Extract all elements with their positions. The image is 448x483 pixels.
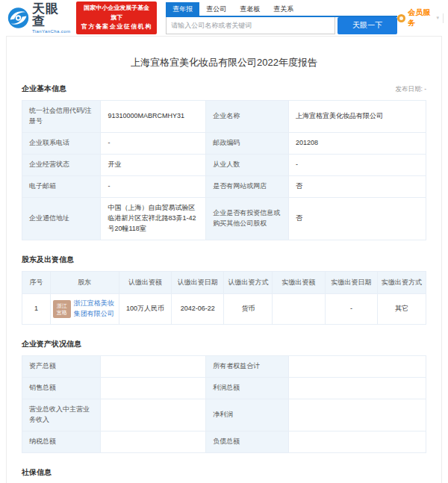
shareholder-link[interactable]: 浙江宜格美妆集团有限公司 [74,299,116,320]
column-header: 实缴出资方式 [378,271,426,294]
badge-line1: 国家中小企业发展子基金旗下 [81,4,152,22]
subscribed-method: 货币 [224,294,273,325]
field-label: 企业是否有投资信息或购买其他公司股权 [206,197,289,240]
shareholder-cell: 浙江 宜格 浙江宜格美妆集团有限公司 [50,294,119,325]
field-label: 是否有网站或网店 [206,175,289,197]
logo-brand: 天眼查 [32,2,71,28]
field-label: 纳税总额 [22,431,101,453]
paid-date: - [325,294,377,325]
table-row: 1 浙江 宜格 浙江宜格美妆集团有限公司 100万人民币 2042-06-22 … [22,294,426,325]
subscribed-date: 2042-06-22 [172,294,224,325]
table-row: 纳税总额 负债总额 [22,431,426,453]
header-divider [443,13,444,23]
column-header: 股东 [50,271,119,294]
field-label: 电子邮箱 [22,175,101,197]
annual-report-card: 上海宜格宜美化妆品有限公司2022年度报告 企业基本信息 发布日期: - 统一社… [6,36,442,483]
row-number: 1 [22,294,51,325]
certification-badge: 国家中小企业发展子基金旗下 官方备案企业征信机构 [76,1,157,34]
field-label: 所有者权益合计 [206,356,289,378]
tianyancha-logo[interactable]: 天眼查 TianYanCha.com [7,2,71,34]
field-value: - [289,154,426,175]
field-value [101,356,206,378]
logo-domain: TianYanCha.com [32,29,71,34]
field-label: 资产总额 [22,356,101,378]
table-row: 企业通信地址 中国（上海）自由贸易试验区临港新片区宏祥北路83弄1-42号20幢… [22,197,426,240]
table-row: 营业总收入中主营业务收入 净利润 [22,399,426,431]
field-label: 企业经营状态 [22,154,101,175]
table-row: 资产总额 所有者权益合计 [22,356,426,378]
tab-relation[interactable]: 查关系 [267,2,300,16]
shareholders-table: 序号 股东 认缴出资额 认缴出资日期 认缴出资方式 实缴出资额 实缴出资日期 实… [22,271,426,325]
field-value: 中国（上海）自由贸易试验区临港新片区宏祥北路83弄1-42号20幢118室 [101,197,206,240]
field-label: 企业名称 [206,101,289,133]
field-value: 91310000MABRCMHY31 [101,101,206,133]
column-header: 序号 [22,271,51,294]
field-label: 邮政编码 [206,132,289,154]
publish-date: 发布日期: - [395,85,426,94]
search-button[interactable]: 天眼一下 [337,17,397,34]
table-row: 电子邮箱 - 是否有网站或网店 否 [22,175,426,197]
field-value [289,399,426,431]
caret-down-icon: ▾ [437,15,440,21]
field-value [101,399,206,431]
site-header: 天眼查 TianYanCha.com 国家中小企业发展子基金旗下 官方备案企业征… [0,0,448,36]
table-header-row: 序号 股东 认缴出资额 认缴出资日期 认缴出资方式 实缴出资额 实缴出资日期 实… [22,271,426,294]
subscribed-amount: 100万人民币 [119,294,171,325]
tab-boss[interactable]: 查老板 [233,2,267,16]
field-label: 企业联系电话 [22,132,101,154]
search-tabs: 查年报 查公司 查老板 查关系 [166,2,397,17]
field-value [289,378,426,399]
search-input[interactable] [166,17,335,34]
vip-service[interactable]: 会员服务 ▾ [397,7,443,28]
section-title-basic-info: 企业基本信息 [22,84,66,94]
column-header: 认缴出资日期 [172,271,224,294]
field-value: 开业 [101,154,206,175]
badge-line2: 官方备案企业征信机构 [81,22,152,31]
table-row: 企业经营状态 开业 从业人数 - [22,154,426,175]
field-label: 利润总额 [206,378,289,399]
assets-table: 资产总额 所有者权益合计 销售总额 利润总额 营业总收入中主营业务收入 净利润 … [22,355,426,453]
vip-medal-icon [397,14,405,22]
tab-annual-report[interactable]: 查年报 [166,2,199,16]
field-value [101,378,206,399]
vip-label: 会员服务 [408,7,434,28]
field-value [289,431,426,453]
field-label: 营业总收入中主营业务收入 [22,399,101,431]
table-row: 销售总额 利润总额 [22,378,426,399]
section-title-assets: 企业资产状况信息 [22,339,81,349]
search-block: 查年报 查公司 查老板 查关系 天眼一下 [166,2,397,34]
column-header: 实缴出资额 [273,271,325,294]
basic-info-table: 统一社会信用代码/注册号 91310000MABRCMHY31 企业名称 上海宜… [22,100,426,240]
search-row: 天眼一下 [166,17,397,34]
field-label: 企业通信地址 [22,197,101,240]
field-label: 销售总额 [22,378,101,399]
shareholder-avatar: 浙江 宜格 [53,300,71,318]
field-value: 否 [289,197,426,240]
tianyancha-eye-icon [7,7,29,29]
field-value: 上海宜格宜美化妆品有限公司 [289,101,426,133]
field-value: - [101,175,206,197]
field-label: 从业人数 [206,154,289,175]
field-value: 否 [289,175,426,197]
field-value [101,431,206,453]
field-label: 负债总额 [206,431,289,453]
column-header: 认缴出资额 [119,271,171,294]
table-row: 企业联系电话 - 邮政编码 201208 [22,132,426,154]
table-row: 统一社会信用代码/注册号 91310000MABRCMHY31 企业名称 上海宜… [22,101,426,133]
page-title: 上海宜格宜美化妆品有限公司2022年度报告 [22,56,426,69]
column-header: 实缴出资日期 [325,271,377,294]
paid-method: 其它 [378,294,426,325]
field-value: - [101,132,206,154]
field-value: 201208 [289,132,426,154]
paid-amount [273,294,325,325]
section-title-social-security: 社保信息 [22,467,52,478]
field-label: 净利润 [206,399,289,431]
column-header: 认缴出资方式 [224,271,273,294]
field-value [289,356,426,378]
section-title-shareholders: 股东及出资信息 [22,255,74,265]
field-label: 统一社会信用代码/注册号 [22,101,101,133]
tab-company[interactable]: 查公司 [199,2,233,16]
